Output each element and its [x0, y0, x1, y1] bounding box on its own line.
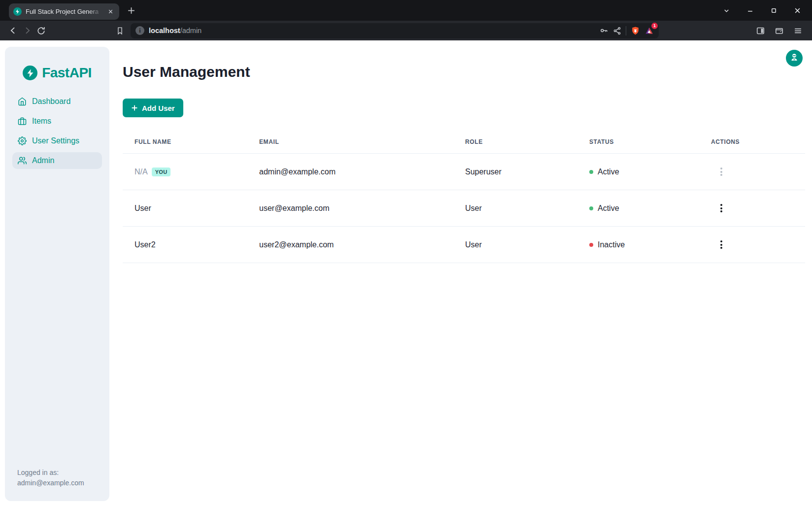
user-astronaut-icon: [789, 52, 799, 64]
sidebar-item-dashboard[interactable]: Dashboard: [12, 93, 102, 110]
back-arrow-icon[interactable]: [6, 24, 20, 37]
browser-titlebar: Full Stack Project Genera: [0, 0, 812, 21]
full-name-value: N/A: [135, 168, 148, 176]
sidebar-item-label: Admin: [32, 156, 54, 165]
email-cell: user2@example.com: [247, 240, 453, 249]
you-badge: YOU: [152, 168, 171, 176]
add-user-button[interactable]: Add User: [123, 99, 183, 117]
app-viewport: FastAPI Dashboard Items User Settings: [0, 40, 812, 505]
logged-in-info: Logged in as: admin@example.com: [17, 468, 84, 488]
forward-arrow-icon[interactable]: [20, 24, 34, 37]
maximize-icon[interactable]: [770, 7, 778, 14]
url-text: localhost/admin: [149, 27, 202, 34]
column-header-actions: ACTIONS: [699, 138, 805, 145]
column-header-email: EMAIL: [247, 138, 453, 145]
status-dot: [589, 170, 593, 174]
sidebar-item-label: User Settings: [32, 136, 79, 145]
sidebar-toggle-icon[interactable]: [756, 26, 765, 35]
fastapi-favicon-icon: [13, 7, 22, 16]
bookmark-icon[interactable]: [113, 24, 127, 37]
reload-icon[interactable]: [34, 24, 48, 37]
sidebar-nav: Dashboard Items User Settings Admin: [5, 93, 109, 169]
sidebar-item-user-settings[interactable]: User Settings: [12, 133, 102, 149]
add-user-label: Add User: [142, 104, 175, 112]
browser-tab[interactable]: Full Stack Project Genera: [9, 3, 119, 20]
full-name-value: User2: [135, 240, 156, 249]
table-header-row: FULL NAME EMAIL ROLE STATUS ACTIONS: [123, 130, 805, 154]
column-header-status: STATUS: [577, 138, 699, 145]
site-info-icon[interactable]: i: [135, 26, 144, 35]
fastapi-logo-text: FastAPI: [42, 65, 92, 81]
share-icon[interactable]: [613, 27, 621, 35]
sidebar: FastAPI Dashboard Items User Settings: [5, 47, 109, 501]
key-icon[interactable]: [600, 26, 609, 35]
actions-cell: [699, 201, 805, 216]
brave-rewards-icon[interactable]: 1: [644, 26, 654, 35]
url-path: /admin: [180, 27, 202, 34]
gear-icon: [18, 136, 27, 145]
column-header-full-name: FULL NAME: [123, 138, 247, 145]
main-content: User Management Add User FULL NAME EMAIL…: [123, 40, 805, 263]
table-row: User2 user2@example.com User Inactive: [123, 227, 805, 263]
users-table: FULL NAME EMAIL ROLE STATUS ACTIONS N/A …: [123, 130, 805, 263]
user-menu-button[interactable]: [786, 50, 803, 67]
table-row: User user@example.com User Active: [123, 190, 805, 227]
fastapi-logo: FastAPI: [5, 65, 109, 81]
actions-cell: [699, 165, 805, 179]
address-bar[interactable]: i localhost/admin 1: [131, 23, 659, 38]
sidebar-item-items[interactable]: Items: [12, 113, 102, 130]
minimize-icon[interactable]: [746, 7, 754, 14]
rewards-badge: 1: [651, 23, 658, 29]
row-actions-kebab-icon: [716, 165, 727, 179]
full-name-value: User: [135, 204, 151, 213]
logged-in-label: Logged in as:: [17, 468, 84, 478]
status-cell: Active: [577, 204, 699, 213]
briefcase-icon: [18, 117, 27, 126]
status-label: Active: [598, 168, 619, 176]
browser-toolbar: i localhost/admin 1: [0, 21, 812, 40]
home-icon: [18, 97, 27, 106]
full-name-cell: N/A YOU: [123, 168, 247, 176]
tab-search-chevron-icon[interactable]: [723, 7, 730, 14]
sidebar-item-label: Items: [32, 117, 51, 126]
toolbar-right-group: [756, 26, 806, 35]
brave-shield-icon[interactable]: [631, 26, 640, 35]
tab-close-icon[interactable]: [106, 7, 115, 16]
row-actions-kebab-icon[interactable]: [716, 237, 727, 252]
tab-title: Full Stack Project Genera: [26, 8, 102, 15]
full-name-cell: User: [123, 204, 247, 213]
email-cell: admin@example.com: [247, 168, 453, 176]
toolbar-divider: [626, 26, 626, 35]
fastapi-bolt-icon: [23, 66, 37, 80]
new-tab-icon[interactable]: [127, 6, 136, 15]
menu-icon[interactable]: [793, 26, 803, 35]
page-title: User Management: [123, 63, 805, 81]
actions-cell: [699, 237, 805, 252]
column-header-role: ROLE: [453, 138, 577, 145]
close-window-icon[interactable]: [794, 7, 801, 14]
wallet-icon[interactable]: [775, 26, 784, 35]
status-dot: [589, 206, 593, 210]
full-name-cell: User2: [123, 240, 247, 249]
role-cell: User: [453, 240, 577, 249]
status-dot: [589, 243, 593, 247]
status-cell: Active: [577, 168, 699, 176]
users-icon: [18, 156, 27, 165]
url-host: localhost: [149, 27, 180, 34]
status-label: Inactive: [598, 240, 625, 249]
role-cell: User: [453, 204, 577, 213]
email-cell: user@example.com: [247, 204, 453, 213]
sidebar-item-admin[interactable]: Admin: [12, 152, 102, 169]
role-cell: Superuser: [453, 168, 577, 176]
status-label: Active: [598, 204, 619, 213]
logged-in-email: admin@example.com: [17, 478, 84, 488]
window-controls: [723, 7, 812, 14]
status-cell: Inactive: [577, 240, 699, 249]
plus-icon: [131, 104, 138, 111]
table-row: N/A YOU admin@example.com Superuser Acti…: [123, 154, 805, 190]
sidebar-item-label: Dashboard: [32, 97, 70, 106]
row-actions-kebab-icon[interactable]: [716, 201, 727, 216]
